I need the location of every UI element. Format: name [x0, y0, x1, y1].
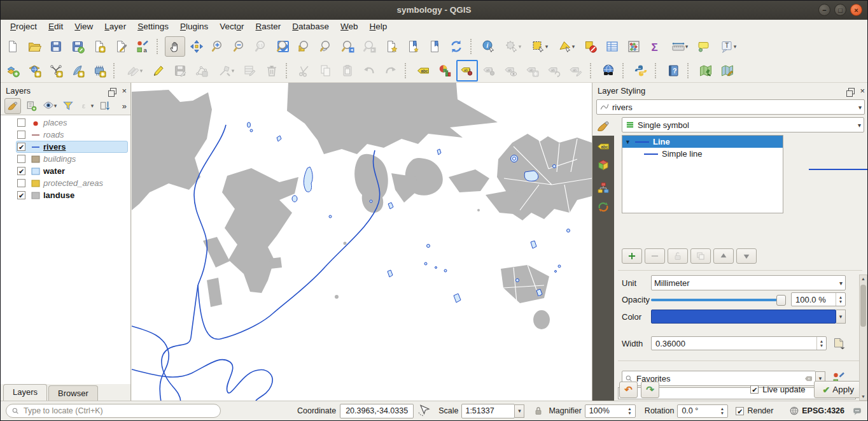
live-update-checkbox[interactable]: ✔ Live update	[750, 385, 805, 394]
new-geopackage-layer-button[interactable]	[67, 61, 88, 81]
tab-symbology[interactable]	[592, 116, 614, 136]
undo-button[interactable]	[359, 61, 379, 81]
open-attribute-table-button[interactable]	[602, 36, 622, 57]
toggle-editing-button[interactable]	[148, 61, 169, 81]
layer-diagram-button[interactable]	[435, 61, 455, 81]
coordinate-input[interactable]: 20.3963,-34.0335	[340, 404, 414, 418]
help-contents-button[interactable]: ?	[663, 61, 683, 81]
layer-visibility-checkbox[interactable]	[17, 118, 25, 127]
advanced-digitizing-button[interactable]: ▾	[213, 61, 239, 81]
tab-labels[interactable]: abc	[592, 137, 614, 156]
new-scratch-layer-button[interactable]	[24, 61, 45, 81]
menu-layer[interactable]: Layer	[99, 20, 132, 34]
menu-help[interactable]: Help	[364, 20, 393, 34]
width-spinbox[interactable]: 0.36000 ▲▼	[651, 336, 827, 350]
lock-icon[interactable]	[533, 406, 543, 416]
zoom-next-button[interactable]	[360, 36, 380, 57]
map-tips-button[interactable]	[694, 36, 714, 57]
scrollbar[interactable]: ▲ ▼	[859, 275, 867, 401]
highlight-pinned-button[interactable]: ab	[501, 61, 521, 81]
menu-project[interactable]: Project	[4, 20, 43, 34]
tab-history[interactable]	[592, 197, 614, 217]
refresh-map-button[interactable]	[446, 36, 466, 57]
messages-icon[interactable]	[852, 406, 862, 416]
apply-button[interactable]: ✔ Apply	[814, 381, 862, 398]
unit-combobox[interactable]: Millimeter▾	[651, 275, 846, 290]
identify-features-button[interactable]: i	[479, 36, 499, 57]
opacity-slider[interactable]	[651, 294, 786, 304]
undo-style-button[interactable]: ↶	[619, 382, 638, 398]
tab-browser[interactable]: Browser	[48, 385, 98, 401]
duplicate-symbol-layer-button[interactable]	[690, 248, 711, 264]
new-virtual-layer-button[interactable]	[89, 61, 109, 81]
float-panel-icon[interactable]	[110, 88, 116, 94]
menu-plugins[interactable]: Plugins	[174, 20, 214, 34]
redo-style-button[interactable]: ↷	[641, 382, 659, 398]
paste-features-button[interactable]	[337, 61, 358, 81]
color-dropdown[interactable]: ▾	[836, 310, 846, 324]
pan-map-button[interactable]	[165, 36, 185, 57]
python-console-button[interactable]	[631, 61, 651, 81]
close-button[interactable]: ×	[850, 4, 862, 16]
menu-web[interactable]: Web	[335, 20, 364, 34]
new-print-layout-button[interactable]	[89, 36, 109, 57]
rotation-spinbox[interactable]: 0.0 ° ▲▼	[677, 404, 728, 418]
crs-label[interactable]: EPSG:4326	[802, 406, 844, 415]
zoom-native-button[interactable]: 1:1	[251, 36, 272, 57]
layer-item-places[interactable]: places	[1, 117, 130, 129]
data-defined-override-icon[interactable]	[832, 336, 846, 350]
show-statistics-button[interactable]: Σ	[645, 36, 666, 57]
scrollbar-thumb[interactable]	[860, 285, 866, 327]
menu-raster[interactable]: Raster	[250, 20, 287, 34]
data-source-manager-button[interactable]	[3, 61, 23, 81]
layer-item-roads[interactable]: roads	[1, 129, 130, 141]
render-checkbox[interactable]: ✔ Render	[736, 406, 773, 415]
vertex-tool-button[interactable]	[192, 61, 212, 81]
save-project-as-button[interactable]	[67, 36, 88, 57]
map-canvas[interactable]	[132, 83, 592, 402]
remove-symbol-layer-button[interactable]	[645, 248, 665, 264]
close-panel-icon[interactable]: ×	[122, 88, 127, 94]
new-project-button[interactable]	[3, 36, 23, 57]
cut-features-button[interactable]	[294, 61, 314, 81]
lock-colors-button[interactable]	[668, 248, 688, 264]
plugin-quickmap-button[interactable]	[696, 61, 716, 81]
layer-styling-open-button[interactable]	[4, 98, 21, 114]
move-label-button[interactable]: ab	[522, 61, 543, 81]
extents-toggle-icon[interactable]	[417, 404, 431, 418]
layer-visibility-checkbox[interactable]: ✔	[17, 191, 25, 199]
filter-legend-button[interactable]	[60, 98, 76, 114]
opacity-spinbox[interactable]: 100.0 % ▲▼	[791, 292, 846, 306]
save-project-button[interactable]	[46, 36, 66, 57]
layer-item-water[interactable]: ✔water	[1, 165, 130, 177]
add-group-button[interactable]	[23, 98, 39, 114]
run-feature-action-button[interactable]: ▾	[500, 36, 526, 57]
open-project-button[interactable]	[24, 36, 45, 57]
tree-item-simple-line[interactable]: Simple line	[622, 148, 783, 160]
locate-input[interactable]: Type to locate (Ctrl+K)	[6, 404, 221, 418]
change-label-button[interactable]: ab	[566, 61, 586, 81]
bookmark-manager-button[interactable]	[424, 36, 445, 57]
globe-icon[interactable]	[789, 406, 799, 416]
maximize-button[interactable]: □	[834, 4, 846, 16]
menu-database[interactable]: Database	[286, 20, 335, 34]
scale-combobox[interactable]: 1:51337	[461, 404, 515, 418]
zoom-full-button[interactable]	[273, 36, 293, 57]
scale-dropdown[interactable]: ▾	[515, 404, 524, 418]
menu-edit[interactable]: Edit	[43, 20, 69, 34]
slider-handle[interactable]	[776, 295, 786, 306]
menu-settings[interactable]: Settings	[132, 20, 174, 34]
metasearch-button[interactable]	[598, 61, 619, 81]
tab-layers[interactable]: Layers	[3, 384, 47, 401]
measure-line-button[interactable]: ▾	[667, 36, 692, 57]
unpin-labels-button[interactable]: ab	[479, 61, 500, 81]
symbol-type-combobox[interactable]: Single symbol ▾	[622, 117, 864, 132]
layer-selector-combobox[interactable]: rivers ▾	[596, 99, 865, 115]
plugin-quickedit-button[interactable]	[717, 61, 738, 81]
color-swatch-button[interactable]	[651, 310, 836, 324]
modify-attributes-button[interactable]	[240, 61, 260, 81]
new-shapefile-layer-button[interactable]	[46, 61, 66, 81]
layer-labeling-button[interactable]: abc	[413, 61, 433, 81]
zoom-last-button[interactable]	[338, 36, 358, 57]
manage-map-themes-button[interactable]: ▾	[41, 98, 58, 114]
